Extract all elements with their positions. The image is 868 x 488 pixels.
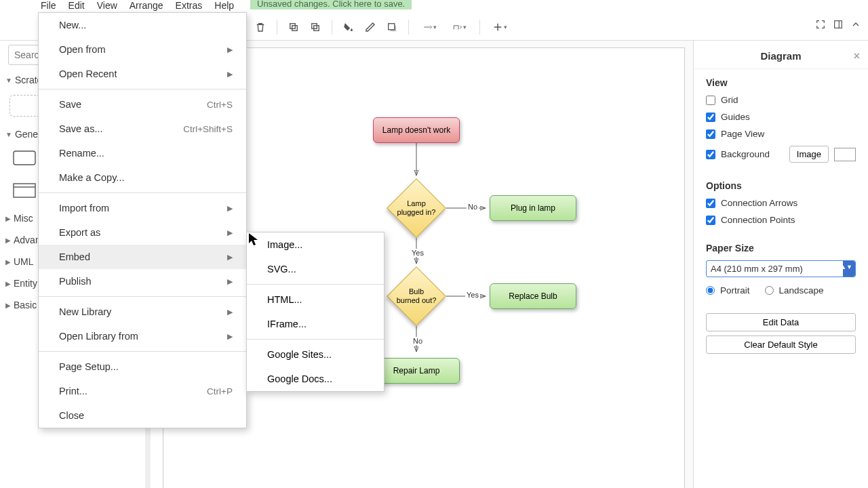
toolbar-separator xyxy=(277,20,277,35)
format-panel: Diagram× View Grid Guides Page View Back… xyxy=(693,41,868,488)
flow-start[interactable]: Lamp doesn't work xyxy=(373,117,460,143)
shape-card[interactable] xyxy=(12,180,37,201)
edge-label-no: No xyxy=(412,337,424,345)
panel-title: Diagram xyxy=(760,50,801,62)
mouse-cursor xyxy=(249,233,260,249)
menu-open-from[interactable]: Open from▶ xyxy=(39,37,246,62)
menu-save[interactable]: SaveCtrl+S xyxy=(39,92,246,117)
menu-file[interactable]: File xyxy=(41,0,56,11)
menu-open-library[interactable]: Open Library from▶ xyxy=(39,324,246,348)
menu-new[interactable]: New... xyxy=(39,13,246,37)
connection-style-icon[interactable]: ▾ xyxy=(416,18,443,37)
toolbar-separator xyxy=(332,20,332,35)
menu-view[interactable]: View xyxy=(97,0,117,11)
flow-action-plugin[interactable]: Plug in lamp xyxy=(490,195,576,221)
embed-image[interactable]: Image... xyxy=(247,232,384,257)
menu-help[interactable]: Help xyxy=(214,0,234,11)
flow-action-replace[interactable]: Replace Bulb xyxy=(490,283,576,309)
papersize-heading: Paper Size xyxy=(706,243,856,253)
svg-rect-1 xyxy=(292,25,298,30)
delete-icon[interactable] xyxy=(251,18,270,37)
to-back-icon[interactable] xyxy=(306,18,325,37)
shape-rect-rounded[interactable] xyxy=(12,148,37,168)
close-icon[interactable]: × xyxy=(854,50,860,62)
flow-end[interactable]: Repair Lamp xyxy=(373,358,460,384)
menu-save-as[interactable]: Save as...Ctrl+Shift+S xyxy=(39,117,246,141)
embed-submenu: Image... SVG... HTML... IFrame... Google… xyxy=(246,232,384,392)
options-heading: Options xyxy=(706,180,856,191)
flow-decision-plugged[interactable]: Lamp plugged in? xyxy=(387,178,446,238)
to-front-icon[interactable] xyxy=(284,18,303,37)
portrait-radio[interactable] xyxy=(706,286,715,295)
menu-make-copy[interactable]: Make a Copy... xyxy=(39,165,246,190)
svg-rect-5 xyxy=(835,21,842,28)
menu-export-as[interactable]: Export as▶ xyxy=(39,220,246,245)
conn-points-checkbox[interactable] xyxy=(706,216,715,225)
menu-extras[interactable]: Extras xyxy=(176,0,203,11)
menu-arrange[interactable]: Arrange xyxy=(130,0,163,11)
fullscreen-icon[interactable] xyxy=(815,19,826,33)
embed-gsites[interactable]: Google Sites... xyxy=(247,342,384,367)
svg-rect-3 xyxy=(312,23,317,28)
menu-edit[interactable]: Edit xyxy=(68,0,85,11)
edge-label-no: No xyxy=(467,203,479,211)
conn-arrows-checkbox[interactable] xyxy=(706,199,715,208)
edge-label-yes: Yes xyxy=(465,291,480,299)
toolbar-separator xyxy=(408,20,409,35)
shadow-icon[interactable] xyxy=(382,18,401,37)
fill-icon[interactable] xyxy=(339,18,358,37)
svg-rect-6 xyxy=(14,151,35,165)
file-menu-dropdown: New... Open from▶ Open Recent▶ SaveCtrl+… xyxy=(38,12,247,428)
edge-label-yes: Yes xyxy=(410,249,425,257)
line-color-icon[interactable] xyxy=(361,18,380,37)
menu-close[interactable]: Close xyxy=(39,403,246,428)
grid-checkbox[interactable] xyxy=(706,96,715,105)
menu-print[interactable]: Print...Ctrl+P xyxy=(39,379,246,403)
menu-embed[interactable]: Embed▶ xyxy=(39,245,246,269)
unsaved-banner[interactable]: Unsaved changes. Click here to save. xyxy=(250,0,412,9)
svg-rect-0 xyxy=(290,23,296,28)
svg-rect-4 xyxy=(389,23,395,29)
view-heading: View xyxy=(706,77,856,88)
svg-rect-8 xyxy=(14,184,35,197)
embed-iframe[interactable]: IFrame... xyxy=(247,312,384,336)
embed-svg[interactable]: SVG... xyxy=(247,257,384,281)
background-checkbox[interactable] xyxy=(706,150,715,159)
menu-publish[interactable]: Publish▶ xyxy=(39,269,246,293)
flow-decision-bulb[interactable]: Bulb burned out? xyxy=(387,266,446,326)
papersize-select[interactable]: A4 (210 mm x 297 mm)▲▼ xyxy=(706,260,856,277)
menu-page-setup[interactable]: Page Setup... xyxy=(39,354,246,379)
svg-rect-2 xyxy=(314,25,319,30)
bg-image-button[interactable]: Image xyxy=(789,146,829,163)
menu-rename[interactable]: Rename... xyxy=(39,141,246,165)
add-icon[interactable]: ▾ xyxy=(487,18,511,37)
guides-checkbox[interactable] xyxy=(706,113,715,122)
embed-html[interactable]: HTML... xyxy=(247,287,384,312)
format-panel-icon[interactable] xyxy=(833,19,844,33)
landscape-radio[interactable] xyxy=(765,286,774,295)
embed-gdocs[interactable]: Google Docs... xyxy=(247,367,384,391)
menu-import-from[interactable]: Import from▶ xyxy=(39,196,246,220)
collapse-icon[interactable] xyxy=(850,19,861,33)
bg-color-swatch[interactable] xyxy=(834,148,856,161)
edit-data-button[interactable]: Edit Data xyxy=(706,313,856,331)
waypoint-style-icon[interactable]: ▾ xyxy=(446,18,473,37)
toolbar-separator xyxy=(479,20,480,35)
pageview-checkbox[interactable] xyxy=(706,129,715,139)
menu-new-library[interactable]: New Library▶ xyxy=(39,300,246,324)
menu-open-recent[interactable]: Open Recent▶ xyxy=(39,62,246,86)
clear-style-button[interactable]: Clear Default Style xyxy=(706,336,856,354)
